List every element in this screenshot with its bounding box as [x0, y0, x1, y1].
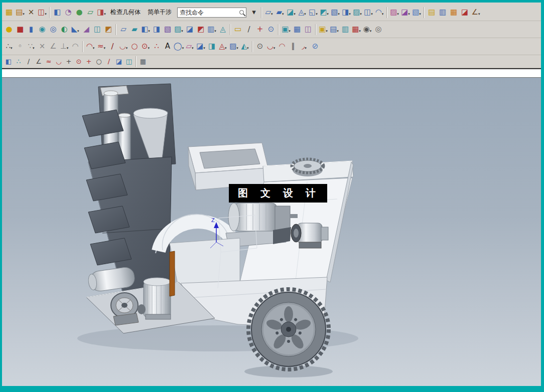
heart-curve-icon[interactable]: ◬▾: [217, 41, 228, 52]
dropdown-arrow-icon[interactable]: ▾: [148, 29, 150, 35]
snap-angle-icon[interactable]: ∠: [48, 41, 59, 52]
trim-curve-icon[interactable]: ⊘: [310, 41, 321, 52]
through-curves-icon[interactable]: ▱▾: [263, 7, 275, 18]
plus-point-icon[interactable]: +: [84, 57, 94, 67]
smooth-curve-icon[interactable]: ◞▾: [299, 41, 310, 52]
dropdown-arrow-icon[interactable]: ▾: [203, 46, 205, 52]
datum-axis-icon[interactable]: ∕: [243, 24, 254, 35]
dropdown-arrow-icon[interactable]: ▾: [359, 29, 361, 35]
dropdown-arrow-icon[interactable]: ▾: [247, 46, 249, 52]
part-navigator-table-icon[interactable]: ▦: [138, 57, 148, 67]
unite-icon[interactable]: ◉: [37, 24, 48, 35]
direct-sketch-icon[interactable]: ▦: [4, 7, 15, 18]
sheet-body-icon[interactable]: ▱: [85, 7, 96, 18]
dropdown-arrow-icon[interactable]: ▾: [271, 12, 273, 18]
find-command-search[interactable]: [177, 8, 246, 18]
offset-surface-icon[interactable]: ▧▾: [330, 7, 341, 18]
ruled-surface-icon[interactable]: ▰▾: [275, 7, 286, 18]
find-command-input[interactable]: [180, 9, 239, 16]
replace-face-icon[interactable]: ▥: [340, 24, 351, 35]
axis-cross-icon[interactable]: +: [64, 57, 74, 67]
text-tool-icon[interactable]: A: [162, 41, 173, 52]
dropdown-arrow-icon[interactable]: ▾: [337, 29, 339, 35]
pull-face-icon[interactable]: ▤▾: [329, 24, 340, 35]
dropdown-arrow-icon[interactable]: ▾: [77, 29, 79, 35]
revolve-icon[interactable]: ◔: [63, 7, 74, 18]
thicken-icon[interactable]: ▱: [118, 24, 129, 35]
dropdown-arrow-icon[interactable]: ▾: [33, 46, 35, 52]
studio-spline-icon[interactable]: ≈▾: [96, 41, 107, 52]
dropdown-arrow-icon[interactable]: ▾: [192, 46, 194, 52]
dropdown-arrow-icon[interactable]: ▾: [338, 12, 340, 18]
snap-perpendicular-icon[interactable]: ⊥▾: [59, 41, 70, 52]
extrude-icon[interactable]: ◧: [52, 7, 63, 18]
n-sided-surface-icon[interactable]: ◬▾: [297, 7, 308, 18]
section-curve-icon[interactable]: ◨: [206, 41, 217, 52]
bridge-curve-icon[interactable]: ◠: [277, 41, 288, 52]
dropdown-arrow-icon[interactable]: ▾: [274, 46, 276, 52]
dropdown-arrow-icon[interactable]: ▾: [214, 29, 216, 35]
model-hopper-duct[interactable]: [188, 143, 268, 190]
more-features-icon[interactable]: ◨▾: [96, 7, 107, 18]
search-options-icon[interactable]: ▾: [248, 7, 259, 18]
surface-curve-icon[interactable]: ▱▾: [184, 41, 195, 52]
project-curve-icon[interactable]: ▨▾: [228, 41, 239, 52]
check-geometry-button[interactable]: 检查几何体: [107, 6, 144, 19]
blend-surface-icon[interactable]: ◠▾: [374, 7, 385, 18]
swept-surface-icon[interactable]: ◪▾: [286, 7, 297, 18]
mirror-geometry-icon[interactable]: ◫: [303, 24, 314, 35]
model-brown-strip[interactable]: [170, 251, 175, 296]
analysis-gear-icon[interactable]: ◎: [373, 24, 384, 35]
dropdown-arrow-icon[interactable]: ▾: [67, 46, 69, 52]
sketch-polyline-icon[interactable]: ∠: [34, 57, 44, 67]
edge-symmetry-icon[interactable]: ▧▾: [411, 7, 422, 18]
circle-center-icon[interactable]: ⊙: [74, 57, 84, 67]
dropdown-arrow-icon[interactable]: ▾: [11, 46, 13, 52]
curve-length-icon[interactable]: ◡▾: [265, 41, 277, 52]
dropdown-arrow-icon[interactable]: ▾: [316, 12, 318, 18]
export-pdf-icon[interactable]: ▦: [448, 7, 459, 18]
intersect-icon[interactable]: ◐: [59, 24, 70, 35]
point-feature-icon[interactable]: ⊙: [265, 24, 277, 35]
point-tool-icon[interactable]: ⊙▾: [140, 41, 151, 52]
edge-blend-icon[interactable]: ◣▾: [70, 24, 81, 35]
dropdown-arrow-icon[interactable]: ▾: [326, 29, 328, 35]
intersection-curve-icon[interactable]: ◪▾: [195, 41, 206, 52]
oval-tool-icon[interactable]: ◯▾: [173, 41, 184, 52]
viewport-3d[interactable]: Z 图 文 设 计: [2, 78, 541, 386]
wrap-geometry-icon[interactable]: ◬: [217, 24, 228, 35]
dropdown-arrow-icon[interactable]: ▾: [104, 12, 106, 18]
point-cloud-icon[interactable]: ∴: [14, 57, 24, 67]
dropdown-arrow-icon[interactable]: ▾: [305, 46, 307, 52]
dropdown-arrow-icon[interactable]: ▾: [104, 46, 106, 52]
bounded-plane-icon[interactable]: ◱▾: [308, 7, 319, 18]
dropdown-arrow-icon[interactable]: ▾: [289, 29, 291, 35]
pattern-feature-icon[interactable]: ◫▾: [37, 7, 48, 18]
dropdown-arrow-icon[interactable]: ▾: [126, 46, 128, 52]
offset-curve-icon[interactable]: ∥: [288, 41, 299, 52]
synchronous-move-face-icon[interactable]: ▣▾: [318, 24, 329, 35]
dropdown-arrow-icon[interactable]: ▾: [304, 12, 306, 18]
notes-icon[interactable]: ◪: [459, 7, 470, 18]
dropdown-arrow-icon[interactable]: ▾: [327, 12, 329, 18]
sphere-primitive-icon[interactable]: ●: [4, 24, 15, 35]
datum-csys-icon[interactable]: +: [254, 24, 265, 35]
draft-icon[interactable]: ◩: [103, 24, 114, 35]
dropdown-arrow-icon[interactable]: ▾: [478, 12, 480, 18]
point-set-icon[interactable]: ∴: [151, 41, 162, 52]
fill-surface-icon[interactable]: ◩▾: [319, 7, 330, 18]
x-form-icon[interactable]: ▨▾: [389, 7, 400, 18]
resize-face-icon[interactable]: ◉▾: [362, 24, 373, 35]
sheet-to-solid-icon[interactable]: ▰: [129, 24, 140, 35]
snap-intersection-icon[interactable]: ×: [37, 41, 48, 52]
snap-midpoint-icon[interactable]: ∵▾: [26, 41, 37, 52]
sketch-line-icon[interactable]: ∕: [24, 57, 34, 67]
scale-body-icon[interactable]: ◪: [184, 24, 195, 35]
block-primitive-icon[interactable]: ■: [15, 24, 26, 35]
law-extension-icon[interactable]: ◫▾: [363, 7, 374, 18]
circle-outline-icon[interactable]: ○: [94, 57, 104, 67]
split-body-icon[interactable]: ▥▾: [206, 24, 217, 35]
diagonal-line-icon[interactable]: ∕: [104, 57, 114, 67]
snap-tangent-icon[interactable]: ◠: [70, 41, 81, 52]
dropdown-arrow-icon[interactable]: ▾: [371, 12, 373, 18]
